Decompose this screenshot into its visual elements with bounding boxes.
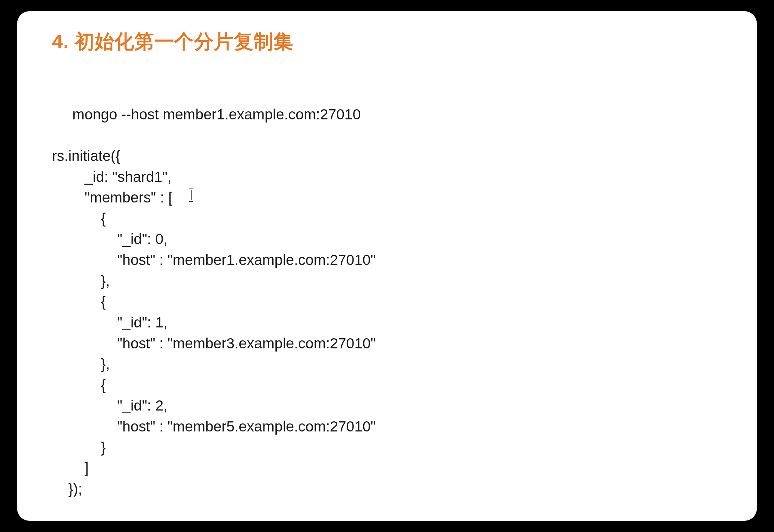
slide-container: 4. 初始化第一个分片复制集 mongo --host member1.exam…: [17, 11, 757, 521]
text-cursor-icon: [191, 189, 192, 202]
slide-title: 4. 初始化第一个分片复制集: [52, 29, 722, 55]
code-block: mongo --host member1.example.com:27010 r…: [52, 83, 722, 532]
code-text: mongo --host member1.example.com:27010 r…: [52, 106, 376, 497]
